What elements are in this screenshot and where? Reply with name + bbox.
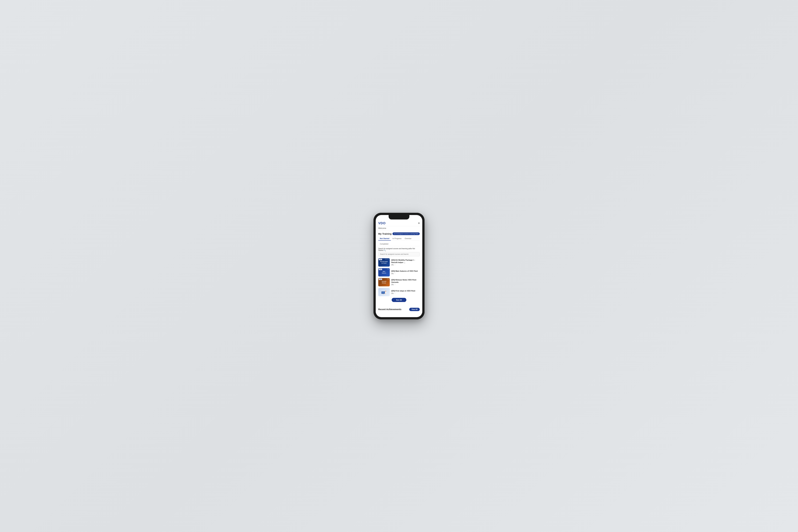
thumb-text: Mainfeatures <box>381 270 386 274</box>
course-title: [EN] EU Mobility Package I – Retrofit he… <box>391 259 420 264</box>
svg-rect-6 <box>385 293 386 294</box>
heart-icon: ♡ <box>394 292 396 294</box>
search-label: Search for assigned courses and learning… <box>378 248 420 251</box>
phone-device: VDO ≡ Welcome My Training See All Assign… <box>374 213 424 319</box>
see-all-button[interactable]: See All <box>392 298 406 302</box>
view-all-button[interactable]: View All <box>409 308 420 311</box>
svg-rect-2 <box>383 294 384 294</box>
course-item[interactable]: VDO DTCO 4.1 Retrofit Helperfor Fleets [… <box>378 258 420 267</box>
see-all-assigned-button[interactable]: See All Assigned Courses & Learning Path… <box>393 232 420 235</box>
course-meta: 0% ♡ <box>391 292 420 294</box>
course-progress: 0% <box>391 292 394 294</box>
heart-icon: ♡ <box>394 273 396 274</box>
course-info: [EN] Release Notes VDO Fleet Zarzuela 0%… <box>391 279 420 286</box>
heart-icon: ♡ <box>394 264 396 266</box>
screen-content[interactable]: VDO ≡ Welcome My Training See All Assign… <box>376 215 422 317</box>
thumb-vdo-label: VDO <box>379 259 382 260</box>
my-training-section: My Training See All Assigned Courses & L… <box>376 230 422 305</box>
thumb-vdo-label: VDO <box>379 279 382 280</box>
hamburger-icon[interactable]: ≡ <box>418 222 420 225</box>
phone-screen: VDO ≡ Welcome My Training See All Assign… <box>376 215 422 317</box>
course-progress: 0% <box>391 264 394 266</box>
training-tabs: Not Started In Progress Overdue <box>378 237 420 241</box>
course-item[interactable]: VDO Fleet ZarzuelaRelease [EN] Release N… <box>378 278 420 286</box>
course-info: [EN] First steps in VDO Fleet 0% ♡ <box>391 290 420 294</box>
tab-not-started[interactable]: Not Started <box>378 237 391 241</box>
tab-in-progress[interactable]: In Progress <box>391 237 403 241</box>
course-info: [EN] EU Mobility Package I – Retrofit he… <box>391 259 420 266</box>
course-progress: 0% <box>391 273 394 274</box>
course-thumbnail: VDO Fleet Mainfeatures <box>378 268 390 277</box>
recent-achievements-section: Recent Achievements View All <box>376 306 422 313</box>
svg-rect-1 <box>382 292 385 293</box>
course-thumbnail <box>378 288 390 296</box>
tab-overdue[interactable]: Overdue <box>403 237 413 241</box>
person-illustration <box>381 289 387 295</box>
heart-icon: ♡ <box>394 284 396 286</box>
course-info: [EN] Main features of VDO Fleet 0% ♡ <box>391 270 420 274</box>
thumb-vdo-label: VDO <box>379 269 382 270</box>
course-title: [EN] Release Notes VDO Fleet Zarzuela <box>391 279 420 283</box>
svg-rect-5 <box>385 293 385 294</box>
vdo-logo: VDO <box>378 222 385 225</box>
see-all-center: See All <box>378 298 420 302</box>
training-tabs-row2: Completed <box>378 242 420 246</box>
app-header: VDO ≡ <box>376 220 422 226</box>
course-title: [EN] First steps in VDO Fleet <box>391 290 420 292</box>
section-header: My Training See All Assigned Courses & L… <box>378 232 420 235</box>
course-progress: 0% <box>391 284 394 286</box>
search-input[interactable] <box>378 252 420 256</box>
thumb-text: ZarzuelaRelease <box>381 280 386 284</box>
course-list: VDO DTCO 4.1 Retrofit Helperfor Fleets [… <box>378 258 420 296</box>
page-wrapper: VDO ≡ Welcome My Training See All Assign… <box>0 0 798 532</box>
course-title: [EN] Main features of VDO Fleet <box>391 270 420 272</box>
course-meta: 0% ♡ <box>391 264 420 266</box>
thumb-tag: DTCO 4.1 <box>385 259 389 260</box>
search-area: Search for assigned courses and learning… <box>378 248 420 256</box>
thumb-tag: Fleet <box>387 269 389 270</box>
course-thumbnail: VDO DTCO 4.1 Retrofit Helperfor Fleets <box>378 258 390 267</box>
section-title: My Training <box>378 232 392 235</box>
thumb-tag: Fleet <box>387 279 389 280</box>
course-item[interactable]: VDO Fleet Mainfeatures [EN] Main feature… <box>378 268 420 277</box>
course-item[interactable]: [EN] First steps in VDO Fleet 0% ♡ <box>378 288 420 296</box>
thumb-text: Retrofit Helperfor Fleets <box>380 261 388 264</box>
svg-point-3 <box>385 290 386 292</box>
course-meta: 0% ♡ <box>391 284 420 286</box>
welcome-text: Welcome <box>378 227 386 229</box>
course-meta: 0% ♡ <box>391 273 420 274</box>
achievements-title: Recent Achievements <box>378 308 401 310</box>
welcome-bar: Welcome <box>376 226 422 230</box>
tab-completed[interactable]: Completed <box>378 242 390 246</box>
phone-notch <box>388 215 410 220</box>
search-input-wrapper <box>378 252 420 256</box>
course-thumbnail: VDO Fleet ZarzuelaRelease <box>378 278 390 286</box>
